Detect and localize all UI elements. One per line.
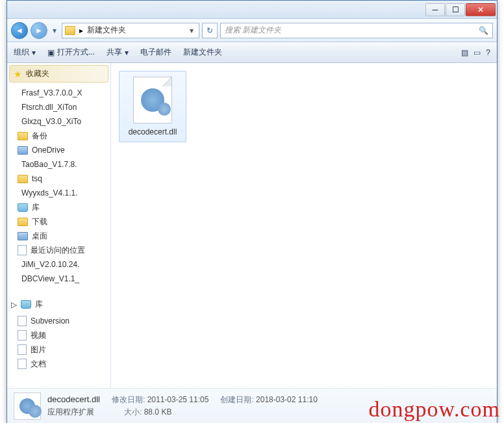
- details-pane: decodecert.dll 修改日期: 2011-03-25 11:05 创建…: [7, 388, 497, 423]
- sidebar-item[interactable]: Glxzq_V3.0_XiTo: [7, 114, 110, 129]
- sidebar-item-label: 下载: [32, 216, 47, 227]
- address-path: 新建文件夹: [87, 25, 183, 36]
- sidebar-item[interactable]: OneDrive: [7, 143, 110, 157]
- favorites-header[interactable]: ★ 收藏夹: [9, 65, 108, 83]
- lib-icon: [18, 203, 28, 212]
- library-icon: [21, 300, 31, 309]
- maximize-button[interactable]: ☐: [446, 3, 465, 16]
- gear-icon: [19, 398, 35, 414]
- sidebar-item[interactable]: 库: [7, 200, 110, 214]
- details-filetype: 应用程序扩展: [47, 407, 94, 418]
- star-icon: ★: [14, 69, 22, 79]
- dll-file-icon: [133, 77, 172, 123]
- sidebar-item[interactable]: Wyyxds_V4.1.1.: [7, 186, 110, 200]
- nav-history-dropdown[interactable]: ▾: [50, 22, 59, 39]
- sidebar-item-label: 图片: [31, 344, 46, 355]
- explorer-window: ─ ☐ ✕ ◄ ► ▾ ▸ 新建文件夹 ▾ ↻ 搜索 新建文件夹 🔍 组织▾ ▣…: [6, 0, 498, 423]
- minimize-button[interactable]: ─: [425, 3, 445, 16]
- address-dropdown-icon[interactable]: ▾: [187, 26, 196, 35]
- fldr-icon: [18, 218, 28, 226]
- new-folder-button[interactable]: 新建文件夹: [183, 47, 222, 58]
- sidebar-item-label: Glxzq_V3.0_XiTo: [21, 117, 81, 126]
- size-value: 88.0 KB: [144, 407, 172, 417]
- sidebar-item[interactable]: 桌面: [7, 229, 110, 243]
- chevron-icon: ▷: [11, 300, 17, 309]
- view-button[interactable]: ▤: [461, 48, 468, 57]
- back-button[interactable]: ◄: [11, 22, 28, 39]
- preview-pane-button[interactable]: ▭: [473, 48, 481, 57]
- sidebar-item[interactable]: TaoBao_V1.7.8.: [7, 157, 110, 172]
- search-input[interactable]: 搜索 新建文件夹 🔍: [220, 23, 493, 38]
- sidebar-item-label: 备份: [32, 131, 47, 142]
- mod-date-value: 2011-03-25 11:05: [147, 395, 209, 404]
- explorer-body: ★ 收藏夹 Frasf_V3.7.0.0_XFtsrch.dll_XiTonGl…: [7, 63, 497, 388]
- open-with-button[interactable]: ▣ 打开方式...: [47, 47, 95, 58]
- forward-button[interactable]: ►: [31, 22, 47, 39]
- address-bar[interactable]: ▸ 新建文件夹 ▾: [62, 23, 199, 38]
- sidebar-item[interactable]: 图片: [7, 342, 110, 357]
- sidebar-item[interactable]: 视频: [7, 328, 110, 342]
- search-icon: 🔍: [479, 26, 488, 35]
- mod-date-label: 修改日期:: [112, 395, 145, 404]
- sidebar-item[interactable]: tsq: [7, 172, 110, 186]
- sidebar-item-label: 库: [32, 202, 40, 213]
- sidebar-item[interactable]: 最近访问的位置: [7, 243, 110, 257]
- sidebar-item[interactable]: 备份: [7, 129, 110, 143]
- doc-icon: [18, 359, 27, 369]
- sidebar-item-label: 文档: [31, 359, 46, 370]
- drv-icon: [18, 232, 28, 240]
- sidebar-item[interactable]: Subversion: [7, 314, 110, 328]
- library-list: Subversion视频图片文档: [7, 313, 110, 372]
- library-header[interactable]: ▷ 库: [7, 296, 110, 313]
- titlebar: ─ ☐ ✕: [7, 1, 497, 19]
- app-icon: ▣: [47, 48, 55, 57]
- sidebar-item-label: 视频: [31, 330, 46, 341]
- sidebar-item-label: DBCView_V1.1_: [21, 274, 79, 283]
- sidebar-item[interactable]: 下载: [7, 214, 110, 229]
- sidebar-item-label: TaoBao_V1.7.8.: [21, 160, 77, 169]
- navigation-bar: ◄ ► ▾ ▸ 新建文件夹 ▾ ↻ 搜索 新建文件夹 🔍: [7, 19, 497, 42]
- sidebar-item-label: 桌面: [32, 231, 47, 242]
- details-file-icon: [14, 392, 41, 420]
- sidebar-item[interactable]: DBCView_V1.1_: [7, 272, 110, 286]
- close-button[interactable]: ✕: [466, 3, 496, 16]
- email-button[interactable]: 电子邮件: [140, 47, 171, 58]
- fldr-icon: [18, 132, 28, 140]
- search-placeholder: 搜索 新建文件夹: [225, 25, 479, 36]
- doc-icon: [18, 344, 27, 355]
- sidebar-item[interactable]: JiMi_V2.0.10.24.: [7, 257, 110, 272]
- sidebar-item[interactable]: Frasf_V3.7.0.0_X: [7, 86, 110, 100]
- drv-icon: [18, 146, 28, 155]
- sidebar-item[interactable]: 文档: [7, 357, 110, 371]
- share-button[interactable]: 共享▾: [107, 47, 129, 58]
- favorites-list: Frasf_V3.7.0.0_XFtsrch.dll_XiTonGlxzq_V3…: [7, 84, 110, 287]
- doc-icon: [18, 316, 27, 326]
- details-filename: decodecert.dll: [47, 394, 100, 405]
- sidebar-item[interactable]: Ftsrch.dll_XiTon: [7, 100, 110, 114]
- file-name-label: decodecert.dll: [129, 127, 177, 136]
- fldr-icon: [18, 175, 28, 183]
- sidebar-item-label: 最近访问的位置: [31, 245, 85, 256]
- organize-button[interactable]: 组织▾: [14, 47, 36, 58]
- sidebar-item-label: Subversion: [31, 316, 69, 326]
- sidebar-item-label: Wyyxds_V4.1.1.: [21, 188, 78, 198]
- doc-icon: [18, 330, 27, 340]
- file-item[interactable]: decodecert.dll: [119, 71, 186, 142]
- chevron-right-icon: ▸: [79, 26, 83, 35]
- doc-icon: [18, 245, 27, 255]
- create-date-label: 创建日期:: [220, 395, 253, 404]
- sidebar-item-label: tsq: [32, 174, 42, 183]
- help-button[interactable]: ?: [486, 48, 490, 57]
- sidebar-item-label: Frasf_V3.7.0.0_X: [21, 88, 82, 97]
- sidebar: ★ 收藏夹 Frasf_V3.7.0.0_XFtsrch.dll_XiTonGl…: [7, 63, 111, 388]
- file-content-area[interactable]: decodecert.dll: [111, 63, 497, 388]
- refresh-button[interactable]: ↻: [202, 23, 218, 38]
- gear-icon: [141, 88, 164, 112]
- toolbar: 组织▾ ▣ 打开方式... 共享▾ 电子邮件 新建文件夹 ▤ ▭ ?: [7, 42, 497, 63]
- sidebar-item-label: Ftsrch.dll_XiTon: [21, 103, 77, 112]
- create-date-value: 2018-03-02 11:10: [256, 395, 318, 404]
- sidebar-item-label: JiMi_V2.0.10.24.: [21, 260, 79, 269]
- size-label: 大小:: [124, 407, 142, 417]
- folder-icon: [65, 26, 75, 35]
- sidebar-item-label: OneDrive: [32, 146, 65, 155]
